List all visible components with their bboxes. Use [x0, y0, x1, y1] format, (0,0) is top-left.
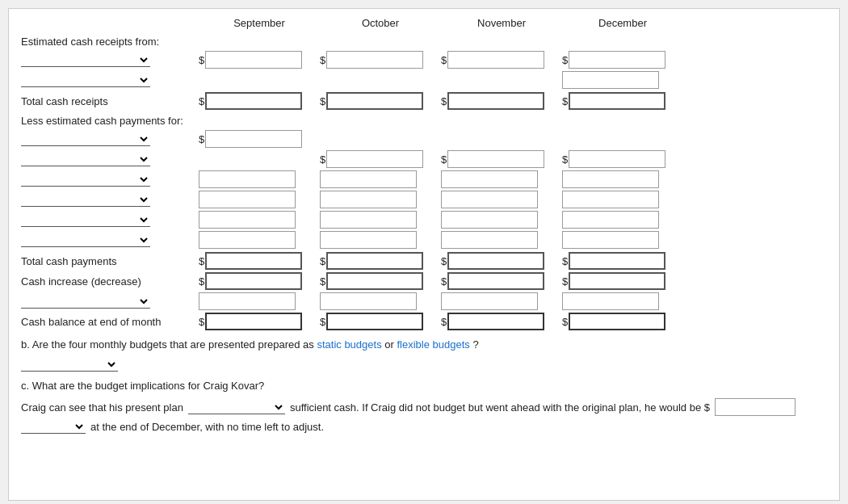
- receipt-dec-input-1[interactable]: [569, 51, 665, 69]
- flexible-budgets-link[interactable]: flexible budgets: [397, 338, 469, 351]
- cash-bal-sep[interactable]: [205, 313, 302, 330]
- payment-row-1: $: [21, 130, 827, 148]
- p6-sep[interactable]: [199, 231, 296, 249]
- receipt-sep-1: $: [199, 51, 320, 69]
- receipt-row-1: $ $ $ $: [21, 51, 827, 69]
- question-b: b. Are the four monthly budgets that are…: [21, 338, 827, 351]
- payment-nov-2[interactable]: [447, 150, 544, 168]
- question-c: c. What are the budget implications for …: [21, 380, 827, 392]
- p3-nov[interactable]: [441, 170, 538, 188]
- receipt-select-2[interactable]: [21, 73, 150, 87]
- receipt-oct-input-1[interactable]: [326, 51, 423, 69]
- p5-oct[interactable]: [320, 211, 417, 229]
- payment-select-5[interactable]: [21, 212, 150, 227]
- p5-sep[interactable]: [199, 211, 296, 229]
- p5-dec[interactable]: [562, 211, 659, 229]
- static-budgets-link[interactable]: static budgets: [317, 338, 381, 351]
- total-payments-nov[interactable]: [447, 252, 544, 270]
- receipt-row-2: [21, 71, 827, 89]
- cash-bal-dec[interactable]: [569, 313, 665, 330]
- p3-dec[interactable]: [562, 170, 659, 188]
- total-receipts-label: Total cash receipts: [21, 95, 199, 107]
- pre-balance-select[interactable]: [21, 294, 150, 309]
- col-december: December: [562, 17, 683, 31]
- total-receipts-nov[interactable]: [447, 92, 544, 110]
- receipt-label-1[interactable]: [21, 52, 199, 67]
- p4-oct[interactable]: [320, 191, 417, 208]
- total-receipts-dec[interactable]: [569, 92, 665, 110]
- p4-nov[interactable]: [441, 191, 538, 208]
- p3-sep[interactable]: [199, 170, 296, 188]
- payment-row-6: [21, 231, 827, 249]
- pre-cashbalance-row: [21, 292, 827, 310]
- payment-select-3[interactable]: [21, 172, 150, 187]
- payments-section-label: Less estimated cash payments for:: [21, 115, 827, 127]
- payment-row-2: $ $ $: [21, 150, 827, 168]
- total-payments-sep[interactable]: [205, 252, 302, 270]
- cash-inc-nov[interactable]: [447, 272, 544, 290]
- total-receipts-sep[interactable]: [205, 92, 302, 110]
- total-receipts-oct[interactable]: [326, 92, 423, 110]
- total-payments-oct[interactable]: [326, 252, 423, 270]
- total-payments-dec[interactable]: [569, 252, 665, 270]
- question-b-section: b. Are the four monthly budgets that are…: [21, 338, 827, 434]
- p4-dec[interactable]: [562, 191, 659, 208]
- column-headers: September October November December: [21, 17, 827, 31]
- cash-bal-oct[interactable]: [326, 313, 423, 330]
- payment-select-1[interactable]: [21, 132, 150, 146]
- col-november: November: [441, 17, 562, 31]
- question-b-answer-select[interactable]: [21, 357, 118, 372]
- total-payments-row: Total cash payments $ $ $ $: [21, 252, 827, 270]
- p6-oct[interactable]: [320, 231, 417, 249]
- main-page: September October November December Esti…: [8, 8, 840, 501]
- cash-balance-row: Cash balance at end of month $ $ $ $: [21, 313, 827, 330]
- total-receipts-row: Total cash receipts $ $ $ $: [21, 92, 827, 110]
- p6-nov[interactable]: [441, 231, 538, 249]
- p4-sep[interactable]: [199, 191, 296, 208]
- receipts-section-label: Estimated cash receipts from:: [21, 36, 827, 48]
- pre-bal-dec[interactable]: [562, 292, 659, 310]
- receipt-label-2[interactable]: [21, 73, 199, 87]
- cash-balance-label: Cash balance at end of month: [21, 316, 199, 328]
- payment-select-6[interactable]: [21, 233, 150, 247]
- cash-increase-label: Cash increase (decrease): [21, 275, 199, 288]
- payment-dec-2[interactable]: [569, 150, 665, 168]
- p6-dec[interactable]: [562, 231, 659, 249]
- receipt-dec-extra-input[interactable]: [562, 71, 659, 89]
- cash-inc-oct[interactable]: [326, 272, 423, 290]
- pre-bal-nov[interactable]: [441, 292, 538, 310]
- payment-row-3: [21, 170, 827, 188]
- cash-increase-row: Cash increase (decrease) $ $ $ $: [21, 272, 827, 290]
- receipt-select-1[interactable]: [21, 52, 150, 67]
- receipt-dec-extra: [562, 71, 683, 89]
- receipt-dec-1: $: [562, 51, 683, 69]
- receipt-sep-input-1[interactable]: [205, 51, 302, 69]
- receipt-oct-1: $: [320, 51, 441, 69]
- p3-oct[interactable]: [320, 170, 417, 188]
- cash-inc-sep[interactable]: [205, 272, 302, 290]
- total-payments-label: Total cash payments: [21, 255, 199, 267]
- cash-bal-nov[interactable]: [447, 313, 544, 330]
- payment-oct-2[interactable]: [326, 150, 423, 168]
- receipt-nov-1: $: [441, 51, 562, 69]
- craig-amount-input[interactable]: [715, 398, 796, 416]
- payment-select-4[interactable]: [21, 192, 150, 207]
- craig-select[interactable]: [188, 400, 285, 414]
- payment-row-4: [21, 191, 827, 208]
- receipt-nov-input-1[interactable]: [447, 51, 544, 69]
- craig-select-2[interactable]: [21, 419, 86, 434]
- p5-nov[interactable]: [441, 211, 538, 229]
- payment-select-2[interactable]: [21, 152, 150, 166]
- payment-row-5: [21, 211, 827, 229]
- pre-bal-sep[interactable]: [199, 292, 296, 310]
- cash-inc-dec[interactable]: [569, 272, 665, 290]
- col-september: September: [199, 17, 320, 31]
- craig-line-2: at the end of December, with no time lef…: [21, 419, 827, 434]
- payment-sep-1[interactable]: [205, 130, 302, 148]
- craig-line: Craig can see that his present plan suff…: [21, 398, 827, 416]
- pre-bal-oct[interactable]: [320, 292, 417, 310]
- col-october: October: [320, 17, 441, 31]
